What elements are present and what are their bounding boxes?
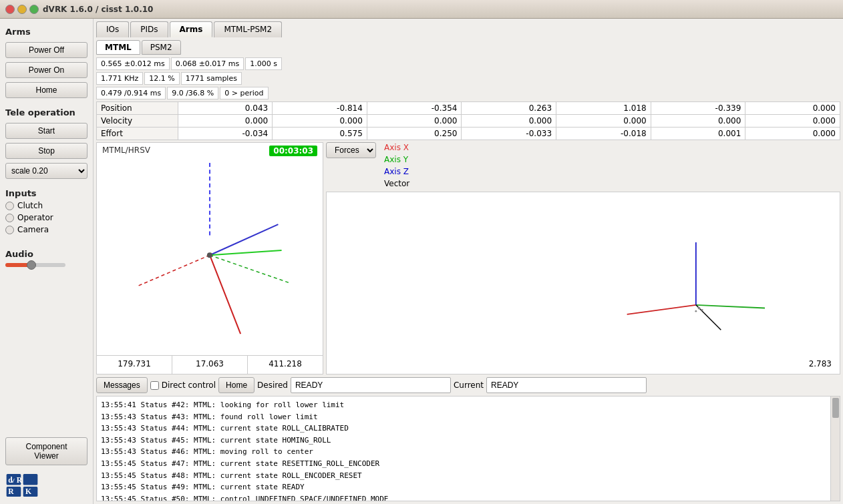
axis-z-label: Axis Z xyxy=(381,166,412,177)
audio-slider-thumb[interactable] xyxy=(27,260,36,270)
cell-value: 0.000 xyxy=(556,115,651,128)
bottom-bar: Messages Direct control Home Desired Cur… xyxy=(96,377,840,393)
svg-rect-1 xyxy=(23,474,38,485)
svg-line-10 xyxy=(138,255,210,286)
log-entry: 13:55:43 Status #43: MTML: found roll lo… xyxy=(101,411,836,423)
dvrk-logo: d V R R K xyxy=(5,472,39,499)
log-scrollbar-thumb[interactable] xyxy=(832,398,839,418)
title-bar: dVRK 1.6.0 / cisst 1.0.10 xyxy=(0,0,843,19)
axis-y-label: Axis Y xyxy=(381,154,412,165)
svg-line-12 xyxy=(210,224,278,255)
svg-point-22 xyxy=(695,310,697,312)
forces-panel: Forces Axis X Axis Y Axis Z Vector xyxy=(326,142,840,189)
cell-value: -0.354 xyxy=(367,102,462,115)
cell-value: 0.000 xyxy=(273,115,367,128)
svg-line-16 xyxy=(627,305,696,314)
row-label: Velocity xyxy=(97,115,178,128)
tab-pids[interactable]: PIDs xyxy=(130,21,168,37)
maximize-button[interactable] xyxy=(29,5,39,14)
svg-line-11 xyxy=(210,255,289,282)
log-entry: 13:55:41 Status #42: MTML: looking for r… xyxy=(101,399,836,411)
current-input[interactable] xyxy=(486,377,647,393)
svg-point-21 xyxy=(701,309,703,311)
messages-button[interactable]: Messages xyxy=(96,377,148,393)
direct-control-checkbox[interactable] xyxy=(150,381,159,390)
left-viz: MTML/HRSV 00:03:03 xyxy=(96,142,323,374)
power-off-button[interactable]: Power Off xyxy=(5,42,88,58)
viz-footer: 179.731 17.063 411.218 xyxy=(97,355,323,374)
cell-value: -0.018 xyxy=(556,128,651,140)
log-scrollbar[interactable] xyxy=(830,397,840,501)
forces-dropdown[interactable]: Forces xyxy=(326,142,376,158)
home-bottom-button[interactable]: Home xyxy=(218,377,255,393)
svg-text:V: V xyxy=(11,477,15,484)
stat-3: 1.000 s xyxy=(245,57,282,70)
cell-value: 0.001 xyxy=(651,128,745,140)
row-label: Effort xyxy=(97,128,178,140)
stats-bar: 0.565 ±0.012 ms 0.068 ±0.017 ms 1.000 s xyxy=(96,57,840,70)
svg-text:R: R xyxy=(17,476,23,485)
cell-value: 0.000 xyxy=(745,115,840,128)
table-row: Position0.043-0.814-0.3540.2631.018-0.33… xyxy=(97,102,840,115)
audio-label: Audio xyxy=(5,249,88,259)
svg-text:R: R xyxy=(8,487,14,496)
footer-val-1: 179.731 xyxy=(97,356,172,374)
stats-bar-3: 0.479 /0.914 ms 9.0 /36.8 % 0 > period xyxy=(96,87,840,99)
stop-button[interactable]: Stop xyxy=(5,143,88,159)
component-viewer-button[interactable]: Component Viewer xyxy=(5,437,88,465)
start-button[interactable]: Start xyxy=(5,123,88,139)
axis-x-label: Axis X xyxy=(381,142,412,153)
clutch-label: Clutch xyxy=(17,201,43,210)
scale-select[interactable]: scale 0.20 xyxy=(5,163,88,179)
svg-text:K: K xyxy=(25,487,31,496)
operator-label: Operator xyxy=(17,213,53,222)
sub-tab-mtml[interactable]: MTML xyxy=(96,40,140,55)
cell-value: -0.033 xyxy=(462,128,556,140)
right-canvas: 2.783 xyxy=(326,192,840,374)
table-row: Velocity0.0000.0000.0000.0000.0000.0000.… xyxy=(97,115,840,128)
main-content: IOs PIDs Arms MTML-PSM2 MTML PSM2 0.565 … xyxy=(94,19,843,504)
cell-value: -0.814 xyxy=(273,102,367,115)
stat-9: 0 > period xyxy=(220,87,268,99)
operator-radio[interactable]: Operator xyxy=(5,213,88,222)
tele-section-label: Tele operation xyxy=(5,107,88,117)
svg-line-17 xyxy=(696,305,765,308)
row-label: Position xyxy=(97,102,178,115)
desired-field: Desired xyxy=(257,377,451,393)
power-on-button[interactable]: Power On xyxy=(5,62,88,78)
cell-value: 0.263 xyxy=(462,102,556,115)
stats-bar-2: 1.771 KHz 12.1 % 1771 samples xyxy=(96,72,840,85)
cell-value: 1.018 xyxy=(556,102,651,115)
viz-container: MTML/HRSV 00:03:03 xyxy=(96,142,840,374)
audio-section: Audio xyxy=(5,246,88,267)
desired-input[interactable] xyxy=(291,377,451,393)
clutch-radio-circle xyxy=(5,202,14,210)
cell-value: 0.043 xyxy=(178,102,273,115)
inputs-label: Inputs xyxy=(5,188,88,198)
cell-value: 0.000 xyxy=(745,102,840,115)
desired-label: Desired xyxy=(257,381,288,390)
audio-slider-track[interactable] xyxy=(5,263,65,267)
camera-radio[interactable]: Camera xyxy=(5,225,88,234)
tab-arms[interactable]: Arms xyxy=(170,21,213,37)
log-entry: 13:55:43 Status #46: MTML: moving roll t… xyxy=(101,446,836,458)
tab-ios[interactable]: IOs xyxy=(96,21,129,37)
mtml-canvas xyxy=(97,143,323,354)
audio-slider-container xyxy=(5,263,88,267)
clutch-radio[interactable]: Clutch xyxy=(5,201,88,210)
stat-5: 12.1 % xyxy=(144,72,179,85)
stat-7: 0.479 /0.914 ms xyxy=(96,87,166,99)
tab-mtml-psm2[interactable]: MTML-PSM2 xyxy=(214,21,282,37)
home-button[interactable]: Home xyxy=(5,82,88,98)
cell-value: -0.034 xyxy=(178,128,273,140)
log-area[interactable]: 13:55:41 Status #42: MTML: looking for r… xyxy=(96,396,840,501)
footer-val-2: 17.063 xyxy=(172,356,248,374)
log-entry: 13:55:43 Status #44: MTML: current state… xyxy=(101,423,836,435)
close-button[interactable] xyxy=(5,5,15,14)
cell-value: 0.000 xyxy=(178,115,273,128)
window-controls[interactable] xyxy=(5,5,39,14)
minimize-button[interactable] xyxy=(17,5,27,14)
cell-value: 0.000 xyxy=(367,115,462,128)
direct-control-checkbox-label[interactable]: Direct control xyxy=(150,381,216,390)
sub-tab-psm2[interactable]: PSM2 xyxy=(142,40,181,55)
